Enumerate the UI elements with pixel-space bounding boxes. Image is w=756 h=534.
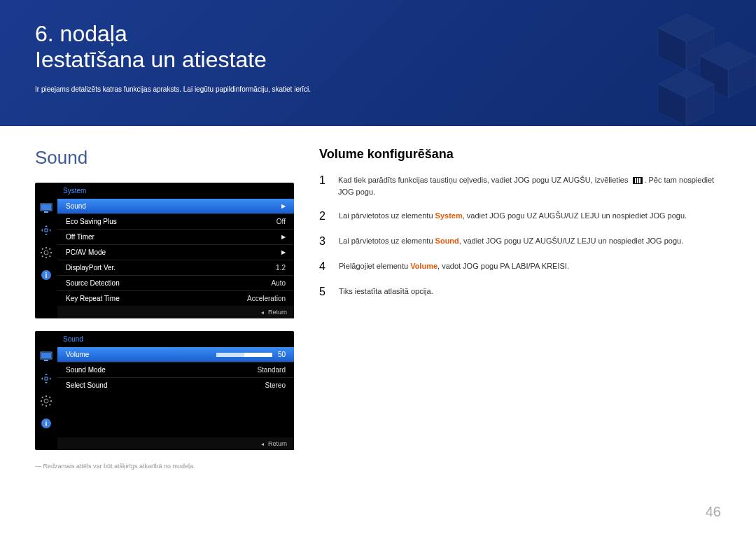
osd-row-label: Volume <box>66 351 216 358</box>
osd-menu-row: Sound▶ <box>57 199 294 213</box>
step-number: 3 <box>319 235 329 248</box>
monitor-icon <box>39 349 53 363</box>
monitor-icon <box>39 201 53 215</box>
osd-row-value: Acceleration <box>247 295 286 302</box>
osd-menu-row: Select SoundStereo <box>57 377 294 393</box>
keyword: System <box>435 211 463 220</box>
osd-sound-menu: i Sound Volume50Sound ModeStandardSelect… <box>35 331 294 450</box>
step-number: 4 <box>319 260 329 273</box>
keyword: Volume <box>410 262 438 270</box>
osd-sidebar-icons: i <box>35 183 57 318</box>
svg-rect-11 <box>44 211 48 213</box>
step-text: Kad tiek parādīts funkcijas taustiņu ceļ… <box>338 174 721 197</box>
osd-menu-row: Eco Saving PlusOff <box>57 213 294 229</box>
osd-row-value: Stereo <box>265 381 286 389</box>
osd-row-value: Off <box>276 218 286 225</box>
svg-rect-19 <box>45 377 48 380</box>
osd-row-label: Eco Saving Plus <box>66 218 276 225</box>
image-footnote: ― Redzamais attēls var būt atšķirīgs atk… <box>35 463 294 470</box>
right-column: Volume konfigurēšana 1Kad tiek parādīts … <box>319 147 721 470</box>
osd-row-label: Select Sound <box>66 381 265 389</box>
left-column: Sound i System Sound▶Eco Saving PlusOffO… <box>35 147 294 470</box>
osd-title: System <box>57 183 294 199</box>
osd-return-bar: ◂Return <box>57 306 294 318</box>
chevron-right-icon: ▶ <box>281 203 286 209</box>
gear-icon <box>39 394 53 408</box>
instruction-step: 5Tiks iestatīta atlasītā opcija. <box>319 286 721 298</box>
svg-point-20 <box>44 399 48 403</box>
svg-rect-10 <box>41 204 51 210</box>
step-number: 1 <box>319 174 328 187</box>
osd-sidebar-icons: i <box>35 331 57 450</box>
instruction-step: 2Lai pārvietotos uz elementu System, vad… <box>319 210 721 223</box>
svg-text:i: i <box>46 272 48 279</box>
menu-icon <box>633 177 643 184</box>
move-icon <box>39 372 53 386</box>
step-text: Pielāgojiet elementu Volume, vadot JOG p… <box>339 260 569 272</box>
info-icon: i <box>39 416 53 430</box>
keyword: Sound <box>435 237 459 245</box>
page-number: 46 <box>706 504 721 520</box>
svg-rect-12 <box>45 229 48 232</box>
back-triangle-icon: ◂ <box>261 441 264 447</box>
chapter-header: 6. nodaļa Iestatīšana un atiestate Ir pi… <box>0 0 756 126</box>
svg-point-13 <box>44 251 48 255</box>
content: Sound i System Sound▶Eco Saving PlusOffO… <box>0 126 756 470</box>
gear-icon <box>39 246 53 260</box>
move-icon <box>39 223 53 237</box>
osd-system-menu: i System Sound▶Eco Saving PlusOffOff Tim… <box>35 183 294 318</box>
step-number: 5 <box>319 286 329 298</box>
info-icon: i <box>39 268 53 282</box>
step-text: Tiks iestatīta atlasītā opcija. <box>339 286 433 297</box>
step-number: 2 <box>319 210 329 223</box>
osd-row-value: Standard <box>257 366 286 374</box>
svg-rect-17 <box>41 353 51 358</box>
osd-row-label: Source Detection <box>66 279 271 287</box>
osd-menu-row: Sound ModeStandard <box>57 362 294 377</box>
svg-text:i: i <box>46 420 48 428</box>
osd-menu-row: Off Timer▶ <box>57 229 294 244</box>
osd-row-value: 1.2 <box>276 264 286 272</box>
step-text: Lai pārvietotos uz elementu System, vadi… <box>339 210 687 222</box>
osd-menu-row: DisplayPort Ver.1.2 <box>57 260 294 275</box>
osd-row-label: Sound <box>66 202 277 210</box>
osd-row-label: PC/AV Mode <box>66 248 277 256</box>
instruction-step: 1Kad tiek parādīts funkcijas taustiņu ce… <box>319 174 721 197</box>
osd-title: Sound <box>57 331 294 347</box>
osd-menu-row: Volume50 <box>57 347 294 362</box>
step-text: Lai pārvietotos uz elementu Sound, vadie… <box>339 235 683 247</box>
back-triangle-icon: ◂ <box>261 309 264 316</box>
osd-row-label: Key Repeat Time <box>66 295 247 302</box>
chevron-right-icon: ▶ <box>281 249 286 255</box>
osd-menu-row: PC/AV Mode▶ <box>57 244 294 260</box>
volume-progress-bar <box>216 353 272 357</box>
instruction-step: 3Lai pārvietotos uz elementu Sound, vadi… <box>319 235 721 248</box>
instruction-step: 4Pielāgojiet elementu Volume, vadot JOG … <box>319 260 721 273</box>
osd-return-bar: ◂Return <box>57 437 294 450</box>
osd-menu-row: Source DetectionAuto <box>57 275 294 290</box>
svg-rect-18 <box>44 360 48 361</box>
osd-menu-row: Key Repeat TimeAcceleration <box>57 290 294 306</box>
section-heading-sound: Sound <box>35 147 294 169</box>
subsection-heading: Volume konfigurēšana <box>319 147 721 162</box>
chevron-right-icon: ▶ <box>281 234 286 240</box>
osd-row-label: Off Timer <box>66 233 277 241</box>
header-cubes-art <box>546 0 756 126</box>
osd-row-label: DisplayPort Ver. <box>66 264 276 272</box>
osd-row-label: Sound Mode <box>66 366 257 374</box>
osd-row-value: 50 <box>278 351 286 358</box>
osd-row-value: Auto <box>271 279 286 287</box>
